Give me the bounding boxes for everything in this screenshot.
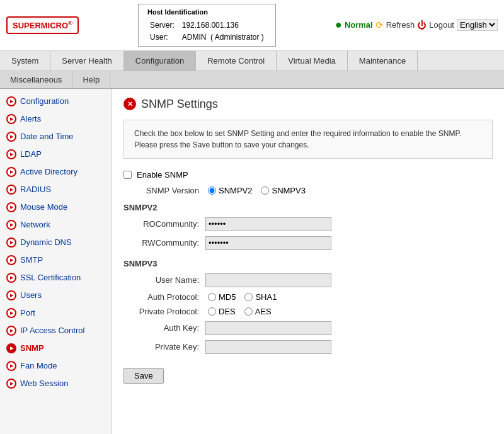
aes-radio-label[interactable]: AES: [244, 307, 272, 316]
sidebar-item-label: Configuration: [20, 96, 69, 106]
sidebar-arrow-icon: [6, 379, 16, 389]
sidebar-item-ssl-certification[interactable]: SSL Certification: [0, 269, 112, 287]
auth-key-label: Auth Key:: [123, 323, 205, 333]
sidebar-item-ldap[interactable]: LDAP: [0, 146, 112, 163]
sidebar-item-label: Web Session: [20, 379, 68, 388]
sidebar-item-label: Mouse Mode: [20, 202, 67, 212]
nav-help[interactable]: Help: [72, 71, 110, 88]
sidebar: Configuration Alerts Date and Time LDAP …: [0, 89, 112, 434]
md5-radio[interactable]: [208, 293, 216, 301]
sidebar-arrow-icon: [6, 273, 16, 283]
md5-radio-label[interactable]: MD5: [208, 292, 236, 302]
sidebar-arrow-icon: [6, 132, 16, 142]
sidebar-item-radius[interactable]: RADIUS: [0, 181, 112, 198]
info-box: Check the box below to set SNMP Setting …: [123, 120, 493, 159]
sidebar-item-date-time[interactable]: Date and Time: [0, 128, 112, 146]
rw-community-row: RWCommunity:: [123, 236, 493, 250]
sidebar-item-label: SMTP: [20, 255, 43, 265]
sha1-radio-label[interactable]: SHA1: [244, 292, 277, 302]
auth-key-input[interactable]: [205, 321, 331, 335]
sidebar-item-label: Fan Mode: [20, 361, 57, 370]
sidebar-item-fan-mode[interactable]: Fan Mode: [0, 357, 112, 375]
header-right: ● Normal ⟳ Refresh ⏻ Logout English: [335, 18, 498, 31]
sidebar-item-network[interactable]: Network: [0, 216, 112, 234]
logout-button[interactable]: Logout: [429, 20, 454, 30]
sidebar-item-web-session[interactable]: Web Session: [0, 375, 112, 392]
sidebar-arrow-icon: [6, 202, 16, 212]
save-button[interactable]: Save: [123, 368, 164, 384]
des-radio-label[interactable]: DES: [208, 307, 236, 316]
sidebar-item-active-directory[interactable]: Active Directory: [0, 163, 112, 181]
sidebar-item-label: IP Access Control: [20, 326, 84, 335]
sidebar-item-configuration[interactable]: Configuration: [0, 93, 112, 110]
aes-label: AES: [255, 307, 272, 316]
sidebar-item-port[interactable]: Port: [0, 304, 112, 322]
private-protocol-radio-group: DES AES: [208, 307, 272, 316]
sidebar-arrow-icon: [6, 237, 16, 248]
page-title: SNMP Settings: [123, 98, 493, 111]
sidebar-item-smtp[interactable]: SMTP: [0, 251, 112, 269]
host-id-title: Host Identification: [147, 7, 266, 18]
sidebar-item-label: SSL Certification: [20, 273, 81, 282]
sidebar-item-alerts[interactable]: Alerts: [0, 110, 112, 128]
enable-snmp-row: Enable SNMP: [123, 170, 493, 180]
language-select[interactable]: English: [457, 19, 498, 31]
sidebar-item-label: Alerts: [20, 114, 41, 123]
sidebar-item-label: Port: [20, 308, 35, 317]
sidebar-item-ip-access-control[interactable]: IP Access Control: [0, 322, 112, 340]
supermicro-logo: SUPERMICRO®: [6, 16, 79, 34]
nav-virtual-media[interactable]: Virtual Media: [277, 51, 348, 71]
refresh-button[interactable]: Refresh: [386, 20, 415, 30]
sidebar-arrow-icon: [6, 114, 16, 124]
snmpv3-radio-label[interactable]: SNMPV3: [261, 186, 305, 195]
snmp-version-row: SNMP Version SNMPV2 SNMPV3: [123, 186, 493, 195]
nav-remote-control[interactable]: Remote Control: [196, 51, 277, 71]
snmp-version-label: SNMP Version: [123, 186, 205, 195]
snmpv2-radio[interactable]: [208, 186, 216, 195]
ro-community-label: ROCommunity:: [123, 219, 205, 229]
sidebar-arrow-active-icon: [6, 343, 16, 353]
nav-maintenance[interactable]: Maintenance: [348, 51, 418, 71]
user-name-input[interactable]: [205, 273, 331, 287]
sidebar-arrow-icon: [6, 326, 16, 336]
private-key-input[interactable]: [205, 340, 331, 354]
sha1-label: SHA1: [255, 292, 277, 302]
auth-protocol-label: Auth Protocol:: [123, 292, 205, 302]
logout-icon: ⏻: [417, 20, 427, 30]
aes-radio[interactable]: [244, 307, 253, 316]
sidebar-item-dynamic-dns[interactable]: Dynamic DNS: [0, 234, 112, 251]
nav-miscellaneous[interactable]: Miscellaneous: [0, 71, 72, 88]
sidebar-item-mouse-mode[interactable]: Mouse Mode: [0, 198, 112, 216]
snmpv2-radio-label[interactable]: SNMPV2: [208, 186, 252, 195]
sidebar-item-users[interactable]: Users: [0, 287, 112, 304]
sidebar-arrow-icon: [6, 96, 16, 106]
enable-snmp-checkbox[interactable]: [123, 171, 132, 179]
server-label: Server:: [147, 20, 177, 31]
sidebar-item-label: Active Directory: [20, 167, 77, 176]
nav-sub: Miscellaneous Help: [0, 71, 504, 88]
nav-configuration[interactable]: Configuration: [124, 51, 196, 71]
host-identification: Host Identification Server: 192.168.001.…: [138, 4, 276, 47]
md5-label: MD5: [219, 292, 236, 302]
private-protocol-row: Private Protocol: DES AES: [123, 307, 493, 316]
des-radio[interactable]: [208, 307, 216, 316]
main-layout: Configuration Alerts Date and Time LDAP …: [0, 89, 504, 434]
enable-snmp-label: Enable SNMP: [137, 170, 188, 180]
sidebar-item-label: Users: [20, 290, 42, 300]
server-value: 192.168.001.136: [177, 20, 266, 31]
nav-system[interactable]: System: [0, 51, 50, 71]
status-icon: ●: [335, 18, 342, 31]
snmpv3-section: SNMPV3 User Name: Auth Protocol: MD5 SHA…: [123, 259, 493, 354]
ro-community-input[interactable]: [205, 217, 331, 231]
sidebar-arrow-icon: [6, 220, 16, 230]
content-area: SNMP Settings Check the box below to set…: [112, 89, 504, 434]
sidebar-arrow-icon: [6, 361, 16, 371]
sidebar-item-snmp[interactable]: SNMP: [0, 340, 112, 357]
snmpv3-radio[interactable]: [261, 186, 269, 195]
auth-protocol-radio-group: MD5 SHA1: [208, 292, 277, 302]
nav-server-health[interactable]: Server Health: [50, 51, 123, 71]
sidebar-item-label: Date and Time: [20, 132, 74, 141]
sha1-radio[interactable]: [244, 293, 253, 301]
snmpv2-section-title: SNMPV2: [123, 203, 493, 212]
rw-community-input[interactable]: [205, 236, 331, 250]
